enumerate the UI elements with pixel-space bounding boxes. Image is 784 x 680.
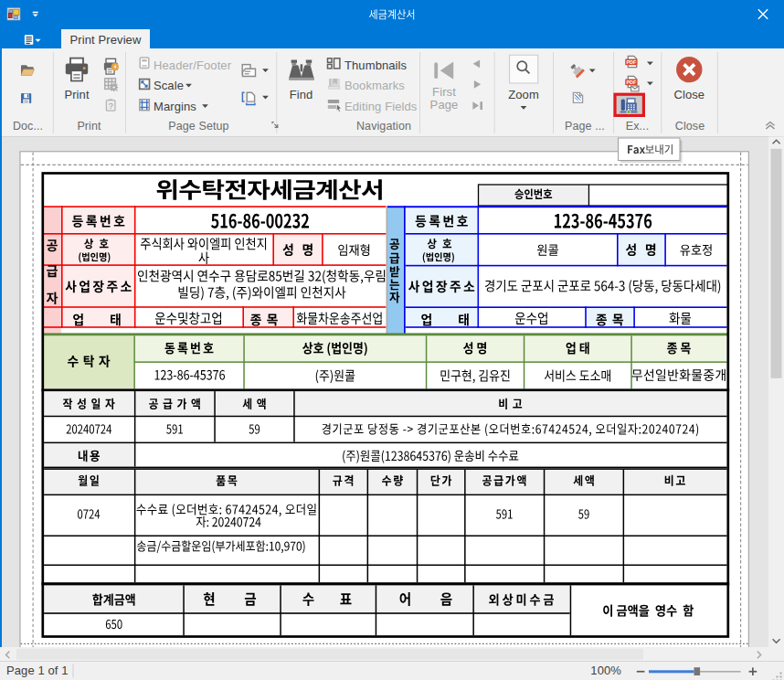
svg-text:?: ? xyxy=(109,101,113,111)
svg-text:PDF: PDF xyxy=(626,59,636,65)
svg-text:PDF: PDF xyxy=(626,80,636,85)
